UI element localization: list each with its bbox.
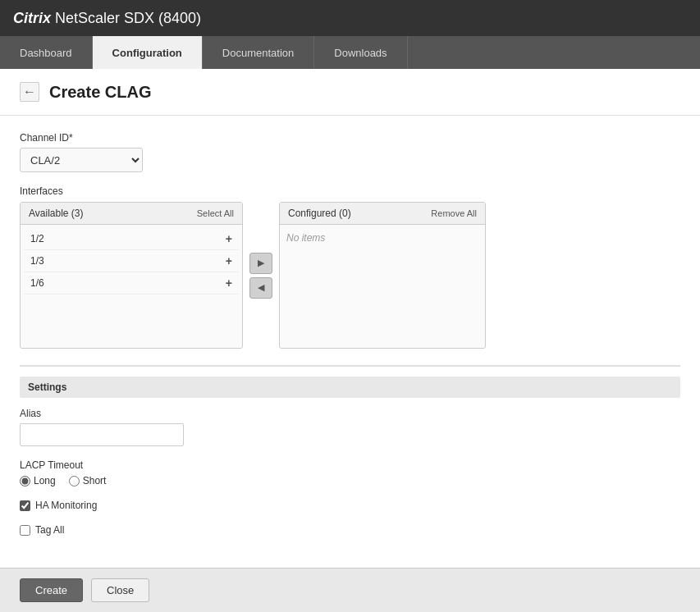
page-title: Create CLAG [49,83,151,102]
transfer-buttons: ▶ ◀ [243,253,279,299]
close-button[interactable]: Close [91,578,149,602]
lacp-long-radio[interactable] [20,476,30,486]
tag-all-checkbox-label[interactable]: Tag All [20,524,680,536]
form-content: Channel ID* CLA/2 CLA/3 CLA/4 Interfaces… [0,116,700,612]
tab-documentation[interactable]: Documentation [203,36,314,69]
settings-title: Settings [28,381,66,393]
configured-box-header: Configured (0) Remove All [280,203,485,225]
interface-item-1-3[interactable]: 1/3 + [24,250,239,272]
nav-tabs: Dashboard Configuration Documentation Do… [0,36,700,69]
channel-id-select[interactable]: CLA/2 CLA/3 CLA/4 [20,148,143,172]
available-box-header: Available (3) Select All [21,203,242,225]
interfaces-container: Available (3) Select All 1/2 + 1/3 + [20,202,680,349]
tab-configuration[interactable]: Configuration [93,36,203,69]
tab-downloads[interactable]: Downloads [314,36,407,69]
alias-input[interactable] [20,423,184,446]
interface-label-1-2: 1/2 [30,233,44,244]
lacp-timeout-label: LACP Timeout [20,459,680,471]
app-header: Citrix NetScaler SDX (8400) [0,0,700,36]
lacp-long-label: Long [34,475,56,486]
lacp-short-radio[interactable] [69,476,80,486]
lacp-radio-group: Long Short [20,475,680,486]
page-header: ← Create CLAG [0,69,700,116]
lacp-timeout-group: LACP Timeout Long Short [20,459,680,486]
channel-id-label: Channel ID* [20,132,680,144]
lacp-long-radio-label[interactable]: Long [20,475,56,486]
available-box: Available (3) Select All 1/2 + 1/3 + [20,202,243,349]
tag-all-checkbox[interactable] [20,525,30,536]
ha-monitoring-group: HA Monitoring [20,500,680,511]
transfer-right-icon: ▶ [258,258,264,268]
no-items-label: No items [286,232,325,244]
tag-all-group: Tag All [20,524,680,536]
transfer-left-icon: ◀ [258,282,264,293]
configured-box-body: No items [280,225,485,348]
tag-all-label: Tag All [35,524,64,536]
interface-item-1-2[interactable]: 1/2 + [24,228,239,250]
add-interface-1-6-icon[interactable]: + [226,276,232,290]
channel-id-group: Channel ID* CLA/2 CLA/3 CLA/4 [20,132,680,172]
add-interface-1-3-icon[interactable]: + [226,254,232,267]
available-header-label: Available (3) [29,208,83,219]
transfer-right-button[interactable]: ▶ [249,253,272,274]
ha-monitoring-label: HA Monitoring [35,500,97,511]
create-button[interactable]: Create [20,578,83,602]
settings-section: Settings Alias LACP Timeout Long Short [20,365,680,536]
interface-label-1-3: 1/3 [30,255,44,267]
lacp-short-radio-label[interactable]: Short [69,475,107,486]
add-interface-1-2-icon[interactable]: + [226,232,232,245]
settings-header-bar: Settings [20,377,680,398]
available-box-body: 1/2 + 1/3 + 1/6 + [21,225,242,348]
alias-label: Alias [20,408,680,419]
app-title: Citrix NetScaler SDX (8400) [13,10,201,27]
lacp-short-label: Short [83,475,107,486]
configured-header-label: Configured (0) [288,208,351,219]
alias-group: Alias [20,408,680,446]
back-button[interactable]: ← [20,82,39,102]
transfer-left-button[interactable]: ◀ [249,277,272,299]
ha-monitoring-checkbox-label[interactable]: HA Monitoring [20,500,680,511]
interface-item-1-6[interactable]: 1/6 + [24,272,239,295]
select-all-button[interactable]: Select All [197,208,234,218]
ha-monitoring-checkbox[interactable] [20,500,30,511]
interface-label-1-6: 1/6 [30,277,44,289]
interfaces-section: Interfaces Available (3) Select All 1/2 … [20,185,680,349]
main-content: ← Create CLAG Channel ID* CLA/2 CLA/3 CL… [0,69,700,612]
configured-box: Configured (0) Remove All No items [279,202,486,349]
footer: Create Close [0,568,700,612]
remove-all-button[interactable]: Remove All [431,208,477,218]
tab-dashboard[interactable]: Dashboard [0,36,93,69]
interfaces-label: Interfaces [20,185,680,197]
